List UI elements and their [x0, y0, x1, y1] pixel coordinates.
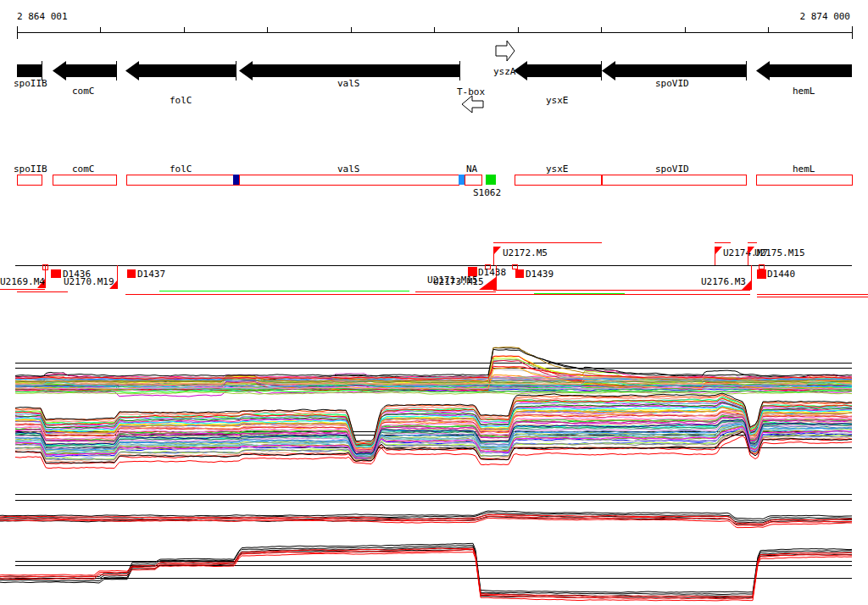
- region-box-spoIIB[interactable]: [17, 175, 42, 185]
- region-square-blue-feature[interactable]: [459, 175, 465, 185]
- region-square-S1062[interactable]: [486, 175, 496, 185]
- region-label-spoVID: spoVID: [655, 164, 689, 175]
- marker-D1440[interactable]: D1440: [757, 264, 795, 280]
- gene-arrow-spoIIB[interactable]: [17, 64, 42, 77]
- feature-arrow-yszA[interactable]: [496, 41, 515, 61]
- region-box-ysxE[interactable]: [515, 175, 601, 185]
- feature-arrow-T-box[interactable]: [462, 96, 483, 113]
- marker-flag-icon[interactable]: [757, 269, 766, 279]
- gene-label-hemL: hemL: [793, 86, 815, 97]
- region-label-hemL: hemL: [793, 164, 815, 175]
- expression-lower-band: [15, 393, 852, 469]
- region-box-hemL[interactable]: [756, 175, 852, 185]
- marker-U2175.M15[interactable]: U2175.M15: [748, 247, 805, 265]
- marker-label: U2175.M15: [754, 247, 805, 258]
- ratio-cluster-2: [0, 543, 852, 601]
- marker-label: U2170.M19: [64, 276, 114, 287]
- gene-label-ysxE: ysxE: [546, 95, 569, 106]
- marker-label: D1440: [767, 269, 795, 280]
- gene-label-folC: folC: [170, 95, 192, 106]
- marker-label: D1438: [478, 267, 506, 278]
- marker-label: U2172.M5: [503, 247, 548, 258]
- marker-D1439[interactable]: D1439: [512, 264, 554, 280]
- region-square-label-S1062: S1062: [473, 187, 501, 198]
- marker-U2169.M4[interactable]: U2169.M4: [0, 264, 47, 288]
- region-label-valS: valS: [337, 164, 360, 175]
- gene-arrow-ysxE[interactable]: [514, 61, 601, 80]
- region-box-valS[interactable]: [239, 175, 459, 185]
- marker-flag-icon[interactable]: [493, 247, 501, 255]
- marker-label: U2169.M4: [0, 276, 45, 287]
- region-box-NA[interactable]: [465, 175, 481, 185]
- gene-label-spoVID: spoVID: [655, 78, 689, 89]
- region-box-folC[interactable]: [126, 175, 238, 185]
- gene-label-comC: comC: [72, 86, 95, 97]
- marker-flag-icon[interactable]: [468, 267, 477, 276]
- marker-label: U2176.M3: [701, 276, 746, 287]
- ratio-cluster-1: [0, 511, 852, 528]
- marker-D1438[interactable]: D1438: [468, 264, 506, 278]
- region-label-spoIIB: spoIIB: [14, 164, 47, 175]
- ratio-plot: [0, 494, 852, 601]
- marker-label: D1439: [526, 269, 554, 280]
- marker-U2172.M5[interactable]: U2172.M5: [493, 247, 548, 265]
- marker-flag-icon[interactable]: [515, 269, 524, 278]
- feature-label-yszA: yszA: [493, 66, 516, 77]
- gene-track: spoIIBcomCfolCvalSysxEspoVIDhemLyszAT-bo…: [14, 41, 852, 113]
- marker-track: U2169.M4D1436U2170.M19D1437U2171.M15U217…: [0, 242, 868, 297]
- region-label-comC: comC: [72, 164, 95, 175]
- marker-U2176.M3[interactable]: U2176.M3: [701, 265, 752, 290]
- region-label-ysxE: ysxE: [546, 164, 569, 175]
- gene-arrow-hemL[interactable]: [756, 61, 852, 80]
- gene-arrow-comC[interactable]: [53, 61, 116, 80]
- region-box-spoVID[interactable]: [602, 175, 746, 185]
- marker-flag-icon[interactable]: [127, 269, 136, 278]
- gene-label-valS: valS: [337, 78, 360, 89]
- gene-label-spoIIB: spoIIB: [14, 78, 47, 89]
- region-label-folC: folC: [170, 164, 192, 175]
- region-square-navy-feature[interactable]: [233, 175, 239, 185]
- gene-arrow-folC[interactable]: [125, 61, 236, 80]
- marker-D1437[interactable]: D1437: [127, 269, 165, 280]
- marker-flag-icon[interactable]: [51, 269, 61, 278]
- region-label-NA: NA: [466, 164, 478, 175]
- feature-label-T-box: T-box: [457, 86, 485, 97]
- genome-browser: 2 864 001 2 874 000 spoIIBcomCfolCvalSys…: [0, 0, 868, 605]
- ruler: [17, 26, 852, 39]
- expression-upper-band: [15, 347, 852, 397]
- browser-canvas: spoIIBcomCfolCvalSysxEspoVIDhemLyszAT-bo…: [0, 0, 868, 605]
- marker-flag-icon[interactable]: [715, 247, 722, 255]
- region-track: spoIIBcomCfolCvalSNAysxEspoVIDhemLS1062: [14, 164, 852, 198]
- marker-label: D1437: [137, 269, 165, 280]
- region-box-comC[interactable]: [53, 175, 116, 185]
- marker-label: U2173.M15: [433, 276, 484, 287]
